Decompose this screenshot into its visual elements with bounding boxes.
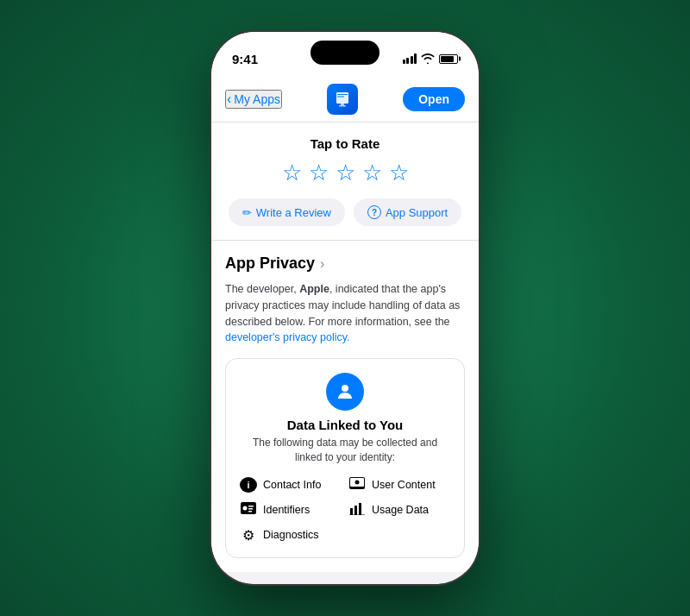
app-support-icon: ?	[367, 205, 381, 219]
data-linked-icon	[326, 373, 364, 411]
phone-frame: 9:41	[211, 32, 479, 584]
identifiers-icon	[240, 502, 257, 518]
star-4[interactable]: ☆	[362, 160, 382, 186]
write-review-label: Write a Review	[256, 206, 331, 219]
write-review-icon: ✏	[242, 206, 252, 219]
screen: 9:41	[211, 32, 479, 584]
privacy-section: App Privacy › The developer, Apple, indi…	[211, 241, 479, 572]
data-items-grid: i Contact Info	[240, 477, 450, 544]
svg-rect-1	[341, 104, 344, 105]
stars-row[interactable]: ☆ ☆ ☆ ☆ ☆	[225, 160, 465, 186]
privacy-policy-link[interactable]: developer's privacy policy.	[225, 331, 350, 343]
data-item-usage-data: Usage Data	[348, 501, 450, 519]
svg-rect-8	[354, 487, 361, 489]
battery-fill	[441, 56, 454, 62]
star-1[interactable]: ☆	[282, 160, 302, 186]
data-card-title: Data Linked to You	[240, 418, 450, 432]
nav-bar: ‹ My Apps Open	[211, 75, 479, 123]
data-item-contact-info: i Contact Info	[240, 477, 342, 493]
svg-rect-13	[248, 508, 253, 510]
dynamic-island	[310, 41, 380, 65]
signal-bars-icon	[403, 53, 417, 64]
usage-data-icon	[348, 501, 366, 519]
status-time: 9:41	[232, 52, 258, 66]
tap-to-rate-label: Tap to Rate	[225, 136, 465, 151]
star-5[interactable]: ☆	[389, 160, 409, 186]
identifiers-label: Identifiers	[263, 504, 310, 516]
svg-rect-14	[248, 511, 252, 512]
svg-rect-15	[350, 508, 353, 515]
back-button[interactable]: ‹ My Apps	[225, 90, 282, 109]
star-2[interactable]: ☆	[309, 160, 329, 186]
rating-section: Tap to Rate ☆ ☆ ☆ ☆ ☆ ✏ Write a Review ?…	[211, 123, 479, 241]
data-card-header: Data Linked to You The following data ma…	[240, 373, 450, 465]
star-3[interactable]: ☆	[336, 160, 355, 186]
back-chevron-icon: ‹	[227, 91, 231, 107]
battery-icon	[439, 54, 458, 64]
keynote-icon	[333, 90, 352, 109]
svg-point-5	[342, 385, 348, 392]
data-item-user-content: User Content	[348, 477, 450, 493]
svg-rect-12	[248, 506, 254, 507]
app-icon	[327, 84, 358, 115]
open-button[interactable]: Open	[403, 87, 465, 111]
svg-rect-4	[337, 97, 344, 97]
write-review-button[interactable]: ✏ Write a Review	[229, 198, 345, 226]
contact-info-icon: i	[240, 477, 257, 493]
svg-rect-0	[336, 92, 348, 104]
svg-point-11	[243, 506, 248, 510]
svg-rect-2	[339, 105, 346, 107]
action-buttons: ✏ Write a Review ? App Support	[225, 198, 465, 226]
svg-point-9	[355, 480, 360, 484]
usage-data-label: Usage Data	[372, 504, 429, 516]
back-label: My Apps	[234, 92, 280, 106]
scroll-content[interactable]: ‹ My Apps Open Tap to Rate	[211, 75, 479, 584]
status-icons	[403, 53, 459, 64]
data-item-identifiers: Identifiers	[240, 501, 342, 519]
person-icon	[335, 381, 355, 402]
diagnostics-icon: ⚙	[240, 527, 257, 544]
privacy-title[interactable]: App Privacy ›	[225, 255, 465, 273]
user-content-icon	[348, 477, 366, 493]
contact-info-label: Contact Info	[263, 479, 321, 491]
app-support-label: App Support	[386, 206, 448, 219]
data-card: Data Linked to You The following data ma…	[225, 358, 465, 558]
data-card-subtitle: The following data may be collected and …	[240, 436, 450, 465]
diagnostics-label: Diagnostics	[263, 529, 319, 541]
status-bar: 9:41	[211, 32, 479, 75]
privacy-chevron-icon: ›	[320, 256, 324, 272]
svg-rect-3	[337, 94, 348, 95]
svg-rect-18	[349, 514, 365, 515]
wifi-icon	[421, 53, 435, 64]
privacy-description: The developer, Apple, indicated that the…	[225, 281, 465, 346]
svg-rect-17	[359, 503, 361, 515]
user-content-label: User Content	[372, 479, 436, 491]
svg-rect-16	[354, 506, 357, 515]
data-item-diagnostics: ⚙ Diagnostics	[240, 527, 342, 544]
app-support-button[interactable]: ? App Support	[354, 198, 461, 226]
